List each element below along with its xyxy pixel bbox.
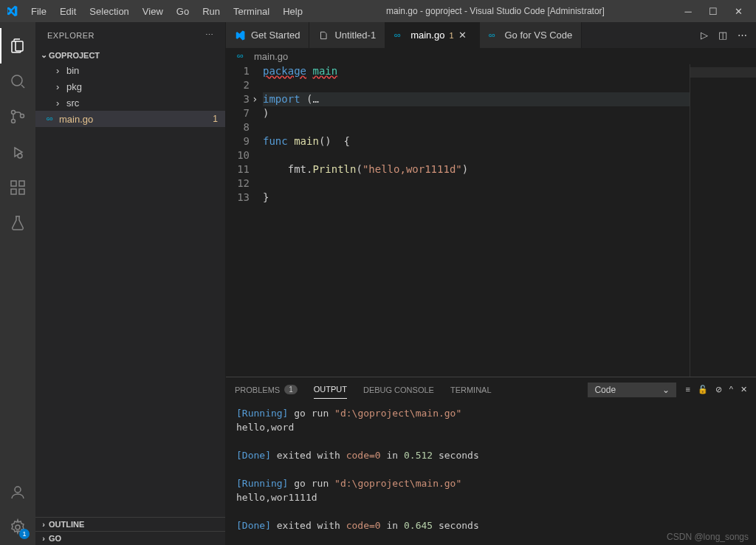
more-icon[interactable]: ⋯ [205,30,214,40]
close-tab-icon[interactable]: ✕ [458,30,470,41]
editor-tabs: Get StartedUntitled-1GOmain.go1✕GOGo for… [226,22,756,48]
accounts-icon[interactable] [0,474,35,510]
testing-icon[interactable] [0,205,35,241]
go-file-icon: GO [236,52,250,60]
svg-text:GO: GO [394,33,400,38]
panel-tab-output[interactable]: OUTPUT [314,380,347,399]
tab-get-started[interactable]: Get Started [226,22,309,48]
maximize-button[interactable]: ☐ [707,5,719,17]
problems-badge: 1 [284,385,298,394]
window-title: main.go - goproject - Visual Studio Code… [309,6,682,16]
menu-go[interactable]: Go [171,3,195,20]
menu-edit[interactable]: Edit [54,3,82,20]
tab-label: main.go [410,30,444,41]
code-line[interactable]: ) [263,106,690,120]
folder-bin[interactable]: ›bin [35,62,225,78]
tab-icon: GO [394,32,406,39]
breadcrumb-text: main.go [254,51,288,62]
menu-help[interactable]: Help [277,3,309,20]
go-file-icon: GO [46,115,59,123]
sidebar: EXPLORER ⋯ ⌄ GOPROJECT ›bin ›pkg ›src GO… [35,22,226,545]
menu-run[interactable]: Run [196,3,226,20]
lock-icon[interactable]: 🔓 [698,385,708,394]
clear-icon[interactable]: ⊘ [715,385,722,394]
fold-icon[interactable]: › [252,92,258,106]
output-line: [Running] go run "d:\goproject\main.go" [236,406,746,420]
svg-point-3 [21,114,24,118]
breadcrumb[interactable]: GO main.go [226,48,756,64]
maximize-panel-icon[interactable]: ^ [729,385,733,394]
code-line[interactable] [263,120,690,134]
output-line: hello,wor1111d [236,490,746,504]
svg-point-4 [18,154,22,158]
folder-pkg[interactable]: ›pkg [35,78,225,95]
output-line: [Running] go run "d:\goproject\main.go" [236,476,746,490]
run-icon[interactable]: ▷ [701,30,708,41]
code-line[interactable] [263,78,690,92]
search-icon[interactable] [0,64,35,99]
split-editor-icon[interactable]: ◫ [718,30,727,41]
menu-terminal[interactable]: Terminal [227,3,275,20]
svg-point-9 [15,487,21,493]
code-line[interactable] [263,148,690,162]
tab-label: Go for VS Code [505,30,573,41]
panel-tabs: PROBLEMS1OUTPUTDEBUG CONSOLETERMINAL Cod… [226,377,756,402]
chevron-right-icon: › [56,65,66,76]
tab-main-go[interactable]: GOmain.go1✕ [385,22,479,48]
code-line[interactable]: package main [263,64,690,78]
code-line[interactable]: func main() { [263,134,690,148]
tab-label: Get Started [251,30,300,41]
file-tree: ›bin ›pkg ›src GO main.go 1 [35,62,225,517]
go-section-header[interactable]: › GO [35,531,225,545]
output-line: [Done] exited with code=0 in 0.512 secon… [236,448,746,462]
sidebar-title: EXPLORER ⋯ [35,22,225,48]
project-header[interactable]: ⌄ GOPROJECT [35,48,225,62]
tab-label: Untitled-1 [334,30,376,41]
output-line: hello,word [236,420,746,434]
filter-icon[interactable]: ≡ [685,385,690,394]
output-line [236,504,746,518]
folder-src[interactable]: ›src [35,95,225,111]
output-channel-select[interactable]: Code⌄ [588,383,676,397]
tab-icon [318,30,330,41]
menu-selection[interactable]: Selection [83,3,134,20]
file-main-go[interactable]: GO main.go 1 [35,111,225,127]
code-line[interactable] [263,176,690,191]
menubar: File Edit Selection View Go Run Terminal… [25,3,309,20]
source-control-icon[interactable] [0,99,35,134]
activity-bar: 1 [0,22,35,545]
panel-tab-problems[interactable]: PROBLEMS1 [235,380,298,399]
minimap[interactable] [690,64,756,377]
svg-text:GO: GO [489,33,495,38]
tab-icon [235,30,247,41]
panel-tab-terminal[interactable]: TERMINAL [450,381,492,399]
settings-icon[interactable]: 1 [0,510,35,545]
chevron-right-icon: › [38,534,49,543]
extensions-icon[interactable] [0,170,35,205]
minimize-button[interactable]: ─ [682,5,694,17]
run-debug-icon[interactable] [0,134,35,170]
code-line[interactable]: fmt.Println("hello,wor1111d") [263,162,690,176]
output-body[interactable]: [Running] go run "d:\goproject\main.go"h… [226,402,756,545]
chevron-right-icon: › [38,520,49,529]
tab-go-for-vs-code[interactable]: GOGo for VS Code [480,22,583,48]
close-button[interactable]: ✕ [732,5,744,17]
svg-rect-7 [19,189,24,194]
bottom-panel: PROBLEMS1OUTPUTDEBUG CONSOLETERMINAL Cod… [226,377,756,545]
code-area[interactable]: package main›import (…)func main() { fmt… [263,64,690,377]
code-line[interactable]: } [263,191,690,205]
code-editor[interactable]: 12378910111213 package main›import (…)fu… [226,64,756,377]
code-line[interactable]: ›import (… [263,92,690,106]
outline-header[interactable]: › OUTLINE [35,517,225,531]
menu-view[interactable]: View [137,3,169,20]
more-actions-icon[interactable]: ⋯ [738,30,747,41]
minimap-thumb[interactable] [690,67,756,78]
panel-tab-debug-console[interactable]: DEBUG CONSOLE [363,381,434,399]
menu-file[interactable]: File [25,3,52,20]
close-panel-icon[interactable]: ✕ [740,385,747,394]
panel-actions: ≡ 🔓 ⊘ ^ ✕ [685,385,747,394]
title-bar: File Edit Selection View Go Run Terminal… [0,0,756,22]
explorer-icon[interactable] [0,28,35,64]
output-line: [Done] exited with code=0 in 0.645 secon… [236,518,746,532]
tab-untitled-1[interactable]: Untitled-1 [309,22,385,48]
